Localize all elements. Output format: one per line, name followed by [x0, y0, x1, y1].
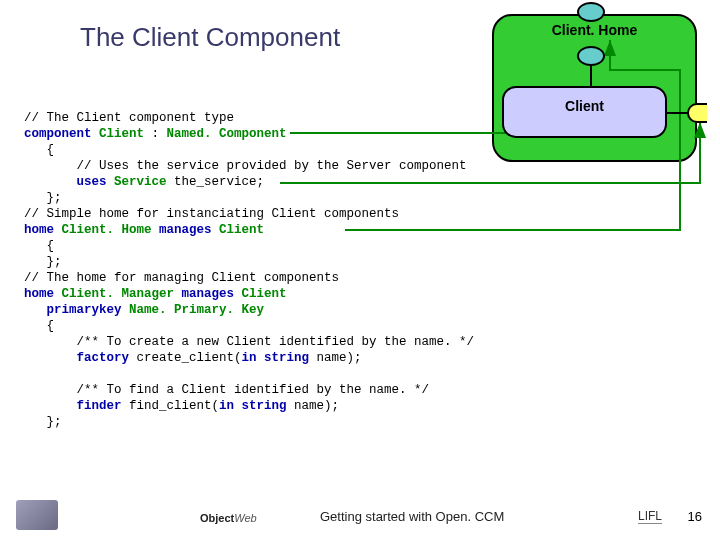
code-kw: home	[24, 223, 62, 237]
code-txt	[24, 175, 77, 189]
code-line: // The home for managing Client componen…	[24, 271, 339, 285]
org-logo-icon	[16, 500, 58, 530]
lollipop-icon	[577, 46, 605, 66]
code-txt: the_service;	[174, 175, 264, 189]
code-txt: find_client(	[129, 399, 219, 413]
code-kw: home	[24, 287, 62, 301]
slide-title: The Client Component	[80, 22, 340, 53]
code-kw: uses	[77, 175, 115, 189]
code-kw: manages	[182, 287, 242, 301]
code-line: // Uses the service provided by the Serv…	[24, 159, 467, 173]
client-label: Client	[504, 98, 665, 114]
code-txt	[24, 351, 77, 365]
code-kw: string	[264, 351, 317, 365]
code-typ: Client. Home	[62, 223, 160, 237]
code-txt: create_client(	[137, 351, 242, 365]
connector-line	[590, 64, 592, 88]
receptacle-icon	[677, 100, 707, 126]
code-line: {	[24, 319, 54, 333]
code-kw: finder	[77, 399, 130, 413]
code-typ: Service	[114, 175, 174, 189]
objectweb-logo: ObjectWeb	[200, 512, 257, 524]
code-txt: :	[152, 127, 167, 141]
code-txt	[24, 303, 47, 317]
code-line: // Simple home for instanciating Client …	[24, 207, 399, 221]
code-line: {	[24, 143, 54, 157]
code-kw: string	[242, 399, 295, 413]
page-number: 16	[688, 509, 702, 524]
lollipop-icon	[577, 2, 605, 22]
code-txt	[24, 399, 77, 413]
lifl-logo: LIFL	[638, 509, 662, 524]
code-line: /** To create a new Client identified by…	[24, 335, 474, 349]
code-typ: Client	[99, 127, 152, 141]
code-kw: in	[242, 351, 265, 365]
code-line: // The Client component type	[24, 111, 234, 125]
code-line: };	[24, 255, 62, 269]
code-txt: name);	[317, 351, 362, 365]
code-typ: Client	[242, 287, 287, 301]
code-kw: factory	[77, 351, 137, 365]
code-txt: name);	[294, 399, 339, 413]
idl-code: // The Client component type component C…	[24, 110, 696, 430]
code-kw: primarykey	[47, 303, 130, 317]
code-line: };	[24, 191, 62, 205]
slide-footer: ObjectWeb Getting started with Open. CCM…	[0, 496, 720, 532]
home-label: Client. Home	[492, 22, 697, 38]
code-line: /** To find a Client identified by the n…	[24, 383, 429, 397]
code-typ: Client. Manager	[62, 287, 182, 301]
client-box: Client	[502, 86, 667, 138]
footer-title: Getting started with Open. CCM	[320, 509, 504, 524]
code-kw: in	[219, 399, 242, 413]
code-line: };	[24, 415, 62, 429]
code-typ: Name. Primary. Key	[129, 303, 264, 317]
code-typ: Named. Component	[167, 127, 287, 141]
code-kw: component	[24, 127, 99, 141]
code-kw: manages	[159, 223, 219, 237]
code-typ: Client	[219, 223, 264, 237]
code-line: {	[24, 239, 54, 253]
